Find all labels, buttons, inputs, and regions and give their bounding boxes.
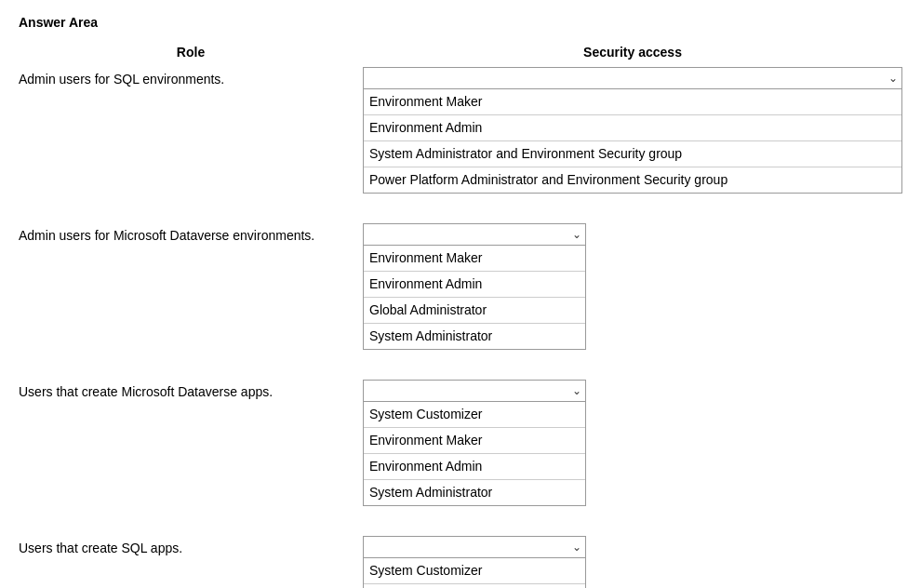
options-list-dataverse-apps: System Customizer Environment Maker Envi… [363,402,586,506]
list-item[interactable]: System Administrator [364,324,585,349]
row-dataverse-apps: Users that create Microsoft Dataverse ap… [19,380,902,506]
list-item[interactable]: Power Platform Administrator and Environ… [364,167,901,193]
table-header: Role Security access [19,45,902,60]
list-item[interactable]: Environment Maker [364,246,585,272]
security-dataverse-apps: ⌄ System Customizer Environment Maker En… [363,380,586,506]
row-sql-env: Admin users for SQL environments. ⌄ Envi… [19,67,902,194]
options-list-dataverse-env: Environment Maker Environment Admin Glob… [363,246,586,350]
list-item[interactable]: Environment Maker [364,89,901,115]
role-sql-apps: Users that create SQL apps. [19,536,363,558]
chevron-down-icon: ⌄ [572,541,581,554]
row-dataverse-env: Admin users for Microsoft Dataverse envi… [19,223,902,350]
list-item[interactable]: Global Administrator [364,298,585,324]
chevron-down-icon: ⌄ [572,228,581,241]
role-sql-env: Admin users for SQL environments. [19,67,363,89]
list-item[interactable]: Environment Maker [364,428,585,454]
list-item[interactable]: System Customizer [364,402,585,428]
role-dataverse-apps: Users that create Microsoft Dataverse ap… [19,380,363,402]
page-title: Answer Area [19,15,902,30]
security-dataverse-env: ⌄ Environment Maker Environment Admin Gl… [363,223,586,350]
security-sql-apps: ⌄ System Customizer Environment Maker En… [363,536,586,588]
chevron-down-icon: ⌄ [572,384,581,397]
list-item[interactable]: Environment Admin [364,115,901,141]
role-column-header: Role [19,45,363,60]
list-item[interactable]: System Administrator [364,480,585,505]
security-column-header: Security access [363,45,902,60]
dropdown-sql-env[interactable]: ⌄ [363,67,902,89]
list-item[interactable]: Environment Admin [364,272,585,298]
row-sql-apps: Users that create SQL apps. ⌄ System Cus… [19,536,902,588]
list-item[interactable]: System Administrator and Environment Sec… [364,141,901,167]
security-sql-env: ⌄ Environment Maker Environment Admin Sy… [363,67,902,194]
dropdown-dataverse-apps[interactable]: ⌄ [363,380,586,402]
options-list-sql-env: Environment Maker Environment Admin Syst… [363,89,902,194]
list-item[interactable]: Environment Maker [364,584,585,588]
role-dataverse-env: Admin users for Microsoft Dataverse envi… [19,223,363,246]
chevron-down-icon: ⌄ [888,72,898,85]
options-list-sql-apps: System Customizer Environment Maker Envi… [363,558,586,588]
list-item[interactable]: System Customizer [364,558,585,584]
dropdown-sql-apps[interactable]: ⌄ [363,536,586,558]
answer-area: Answer Area Role Security access Admin u… [19,15,902,588]
dropdown-dataverse-env[interactable]: ⌄ [363,223,586,246]
list-item[interactable]: Environment Admin [364,454,585,480]
